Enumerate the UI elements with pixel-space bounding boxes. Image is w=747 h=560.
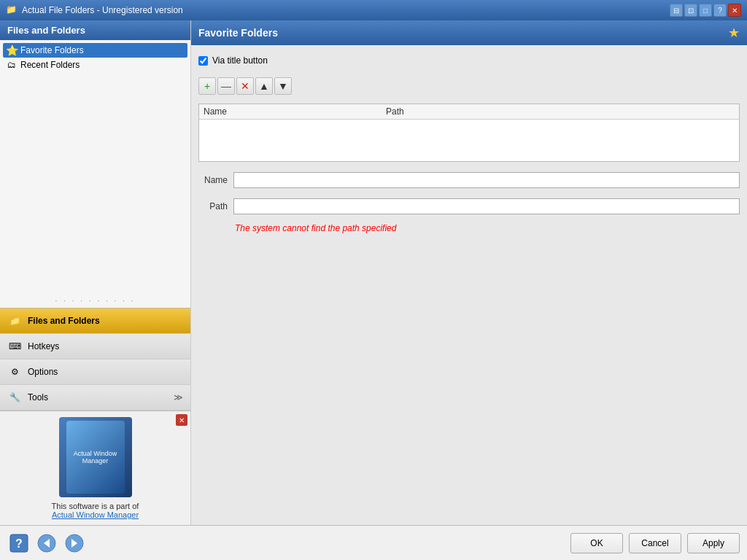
tools-icon: 🔧 (7, 390, 22, 405)
nav-tools[interactable]: 🔧 Tools ≫ (0, 385, 190, 411)
nav-options-label: Options (28, 367, 58, 377)
hotkeys-icon: ⌨ (7, 339, 22, 354)
panel-header: Favorite Folders ★ (191, 20, 747, 45)
nav-hotkeys[interactable]: ⌨ Hotkeys (0, 334, 190, 359)
sidebar-header: Files and Folders (0, 20, 190, 40)
sidebar-nav: 📁 Files and Folders ⌨ Hotkeys ⚙ Options … (0, 308, 190, 411)
sidebar-item-favorite-folders[interactable]: ⭐ Favorite Folders (3, 43, 187, 58)
panel-title: Favorite Folders (198, 27, 278, 39)
cancel-button[interactable]: Cancel (629, 533, 681, 553)
table-header: Name Path (199, 104, 739, 120)
promo-close-button[interactable]: ✕ (176, 414, 187, 426)
nav-expand-icon: ≫ (174, 392, 183, 402)
nav-tools-label: Tools (28, 392, 48, 402)
restore-button[interactable]: ⊡ (684, 4, 697, 17)
nav-files-and-folders[interactable]: 📁 Files and Folders (0, 308, 190, 334)
nav-hotkeys-label: Hotkeys (28, 341, 59, 351)
title-bar-controls: ⊟ ⊡ □ ? ✕ (670, 4, 741, 17)
files-folders-icon: 📁 (7, 314, 22, 328)
promo-image: Actual Window Manager (59, 417, 132, 497)
help-icon[interactable]: ? (7, 532, 31, 555)
promo-text: This software is a part of (6, 502, 185, 510)
sidebar-promo: ✕ Actual Window Manager This software is… (0, 411, 190, 525)
remove-button[interactable]: — (217, 77, 235, 95)
favorites-table: Name Path (198, 104, 740, 162)
path-label: Path (198, 201, 228, 211)
ok-button[interactable]: OK (570, 533, 623, 553)
nav-options[interactable]: ⚙ Options (0, 359, 190, 385)
options-icon: ⚙ (7, 365, 22, 379)
table-col-path: Path (386, 106, 735, 117)
apply-button[interactable]: Apply (687, 533, 740, 553)
nav-files-label: Files and Folders (28, 316, 100, 326)
panel-star-icon: ★ (728, 25, 740, 41)
panel-content: Via title button + — ✕ ▲ ▼ Name Path Nam… (191, 45, 747, 525)
promo-image-inner: Actual Window Manager (59, 417, 132, 497)
path-input[interactable] (233, 198, 740, 214)
bottom-bar: ? OK Cancel Apply (0, 525, 747, 560)
title-bar: 📁 Actual File Folders - Unregistered ver… (0, 0, 747, 20)
name-label: Name (198, 175, 228, 185)
sidebar-item-recent-folders[interactable]: 🗂 Recent Folders (3, 58, 187, 72)
maximize-button[interactable]: □ (699, 4, 712, 17)
via-title-button-row: Via title button (198, 52, 740, 69)
main-container: Files and Folders ⭐ Favorite Folders 🗂 R… (0, 20, 747, 525)
error-message: The system cannot find the path specifie… (198, 220, 740, 233)
recent-folders-icon: 🗂 (6, 59, 18, 71)
favorite-folders-label: Favorite Folders (20, 45, 84, 55)
add-button[interactable]: + (198, 77, 216, 95)
promo-link[interactable]: Actual Window Manager (6, 510, 185, 519)
sidebar: Files and Folders ⭐ Favorite Folders 🗂 R… (0, 20, 191, 525)
right-panel: Favorite Folders ★ Via title button + — … (191, 20, 747, 525)
path-form-row: Path (198, 198, 740, 214)
move-down-button[interactable]: ▼ (274, 77, 292, 95)
forward-icon[interactable] (63, 532, 86, 555)
minimize-button[interactable]: ⊟ (670, 4, 683, 17)
via-title-button-checkbox[interactable] (198, 56, 208, 66)
sidebar-tree: ⭐ Favorite Folders 🗂 Recent Folders (0, 40, 190, 294)
delete-button[interactable]: ✕ (236, 77, 254, 95)
recent-folders-label: Recent Folders (20, 60, 80, 70)
back-icon[interactable] (35, 532, 58, 555)
toolbar: + — ✕ ▲ ▼ (198, 74, 740, 98)
app-icon: 📁 (6, 4, 18, 16)
sidebar-dots: · · · · · · · · · · (0, 294, 190, 308)
table-col-name: Name (204, 106, 386, 117)
name-input[interactable] (233, 172, 740, 188)
move-up-button[interactable]: ▲ (255, 77, 273, 95)
title-bar-text: Actual File Folders - Unregistered versi… (22, 5, 665, 15)
via-title-button-label: Via title button (212, 55, 268, 66)
bottom-left-icons: ? (7, 532, 86, 555)
close-button[interactable]: ✕ (728, 4, 741, 17)
svg-text:?: ? (15, 537, 23, 550)
help-button[interactable]: ? (713, 4, 727, 17)
bottom-right-buttons: OK Cancel Apply (570, 533, 740, 553)
name-form-row: Name (198, 172, 740, 188)
favorite-folders-icon: ⭐ (6, 44, 18, 56)
